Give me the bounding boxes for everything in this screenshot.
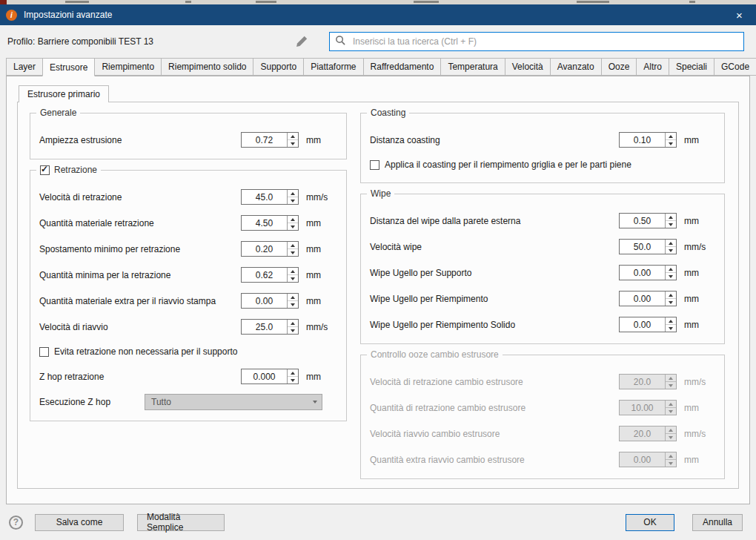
evita-retrazione-supporto-checkbox[interactable] <box>39 347 49 357</box>
field-row: Quantità materiale extra per il riavvio … <box>39 288 337 314</box>
right-column: Coasting Distanza coasting 0.10 mm Appli… <box>360 113 725 482</box>
cancel-button[interactable]: Annulla <box>692 514 743 531</box>
edit-profile-pencil-icon[interactable] <box>295 35 308 48</box>
tab-temperatura[interactable]: Temperatura <box>440 58 505 76</box>
wipe-ugello-riempimento-solido-input[interactable]: 0.00 <box>619 317 677 332</box>
spin-down-icon <box>666 273 676 280</box>
checkbox-label: Applica il coasting per il riempimento g… <box>385 159 631 170</box>
z-hop-retrazione-input[interactable]: 0.000 <box>241 369 299 384</box>
group-generale: Generale Ampiezza estrusione 0.72 mm <box>30 113 347 159</box>
spin-up-icon <box>666 401 676 408</box>
quantita-materiale-retrazione-input[interactable]: 4.50 <box>241 215 299 231</box>
spinner-buttons[interactable] <box>665 133 676 147</box>
spinner-buttons[interactable] <box>287 294 298 308</box>
tab-gcode[interactable]: GCode <box>714 58 756 76</box>
distanza-wipe-input[interactable]: 0.50 <box>619 213 677 228</box>
spinner-buttons[interactable] <box>287 369 298 383</box>
spin-down-icon <box>288 197 298 204</box>
spin-down-icon <box>288 301 298 308</box>
unit-label: mm <box>306 372 337 382</box>
chevron-down-icon <box>308 401 322 404</box>
distanza-coasting-input[interactable]: 0.10 <box>619 132 677 148</box>
spin-down-icon <box>288 377 298 383</box>
checkbox-row: Evita retrazione non necessaria per il s… <box>39 340 337 363</box>
velocita-wipe-input[interactable]: 50.0 <box>619 239 677 254</box>
applica-coasting-checkbox[interactable] <box>370 160 379 170</box>
unit-label: mm <box>684 403 715 413</box>
subtab-estrusore-primario[interactable]: Estrusore primario <box>19 85 109 102</box>
spinner-buttons[interactable] <box>287 320 298 334</box>
unit-label: mm <box>684 294 715 304</box>
unit-label: mm <box>684 320 715 330</box>
spinner-buttons[interactable] <box>665 240 676 254</box>
field-row: Velocità wipe 50.0 mm/s <box>370 234 715 260</box>
search-input[interactable] <box>351 36 738 47</box>
spin-down-icon <box>666 299 676 306</box>
tab-piattaforme[interactable]: Piattaforme <box>303 58 363 76</box>
search-box[interactable] <box>329 32 744 51</box>
group-wipe-title: Wipe <box>367 188 394 199</box>
tab-riempimento-solido[interactable]: Riempimento solido <box>161 58 253 76</box>
velocita-di-retrazione-input[interactable]: 45.0 <box>241 189 299 205</box>
spinner-buttons[interactable] <box>665 214 676 228</box>
spinner-buttons <box>665 375 676 389</box>
tab-layer[interactable]: Layer <box>6 58 43 76</box>
ampiezza-estrusione-input[interactable]: 0.72 <box>241 132 299 148</box>
quantita-minima-retrazione-input[interactable]: 0.62 <box>241 267 299 283</box>
group-retrazione: Retrazione Velocità di retrazione 45.0 m… <box>30 170 347 421</box>
quantita-extra-riavvio-input[interactable]: 0.00 <box>241 293 299 309</box>
spinner-buttons[interactable] <box>287 190 298 204</box>
tab-velocita[interactable]: Velocità <box>505 58 551 76</box>
profile-label: Profilo: Barriere componibili TEST 13 <box>7 36 153 47</box>
esecuzione-z-hop-dropdown[interactable]: Tutto <box>145 394 322 410</box>
spin-down-icon <box>288 223 298 230</box>
close-icon[interactable]: × <box>723 4 756 25</box>
group-wipe: Wipe Distanza del wipe dalla parete este… <box>360 194 725 344</box>
field-label: Velocità riavvio cambio estrusore <box>370 429 619 439</box>
field-label: Spostamento minimo per retrazione <box>39 244 241 254</box>
field-label: Wipe Ugello per Riempimento <box>370 294 619 304</box>
tab-altro[interactable]: Altro <box>636 58 669 76</box>
extruder-subtab-bar: Estrusore primario <box>17 85 739 102</box>
spinner-buttons[interactable] <box>665 266 676 280</box>
tab-estrusore[interactable]: Estrusore <box>42 58 95 76</box>
spin-up-icon <box>666 292 676 299</box>
spostamento-minimo-retrazione-input[interactable]: 0.20 <box>241 241 299 257</box>
group-controllo-ooze: Controllo ooze cambio estrusore Velocità… <box>360 355 725 479</box>
spinner-buttons <box>665 401 676 415</box>
simple-mode-button[interactable]: Modalità Semplice <box>137 514 225 531</box>
wipe-ugello-riempimento-input[interactable]: 0.00 <box>619 291 677 306</box>
quantita-retrazione-cambio-input: 10.00 <box>619 400 677 415</box>
spinner-buttons[interactable] <box>287 216 298 230</box>
tab-speciali[interactable]: Speciali <box>669 58 714 76</box>
spinner-buttons[interactable] <box>665 292 676 306</box>
extruder-settings-panel: Generale Ampiezza estrusione 0.72 mm <box>17 102 739 489</box>
spin-up-icon <box>666 427 676 434</box>
field-label: Velocità di retrazione cambio estrusore <box>370 377 619 387</box>
velocita-retrazione-cambio-input: 20.0 <box>619 374 677 389</box>
ok-button[interactable]: OK <box>626 514 674 531</box>
title-bar: i Impostazioni avanzate × <box>0 4 756 25</box>
velocita-di-riavvio-input[interactable]: 25.0 <box>241 319 299 335</box>
save-as-button[interactable]: Salva come <box>35 514 124 531</box>
spinner-buttons[interactable] <box>287 133 298 147</box>
tab-raffreddamento[interactable]: Raffreddamento <box>363 58 442 76</box>
help-icon[interactable]: ? <box>9 516 23 530</box>
spinner-buttons[interactable] <box>287 242 298 256</box>
tab-riempimento[interactable]: Riempimento <box>94 58 162 76</box>
spinner-buttons[interactable] <box>665 317 676 332</box>
field-label: Distanza del wipe dalla parete esterna <box>370 216 619 226</box>
wipe-ugello-supporto-input[interactable]: 0.00 <box>619 265 677 280</box>
spin-up-icon <box>288 369 298 377</box>
unit-label: mm <box>684 455 715 465</box>
tab-supporto[interactable]: Supporto <box>253 58 304 76</box>
tab-avanzato[interactable]: Avanzato <box>550 58 602 76</box>
left-column: Generale Ampiezza estrusione 0.72 mm <box>30 113 347 482</box>
spin-up-icon <box>288 242 298 249</box>
field-label: Distanza coasting <box>370 135 619 145</box>
group-coasting-title: Coasting <box>367 108 409 118</box>
spinner-buttons[interactable] <box>287 268 298 282</box>
group-controllo-ooze-title: Controllo ooze cambio estrusore <box>367 349 503 360</box>
retrazione-checkbox[interactable] <box>40 165 50 175</box>
tab-ooze[interactable]: Ooze <box>601 58 637 76</box>
